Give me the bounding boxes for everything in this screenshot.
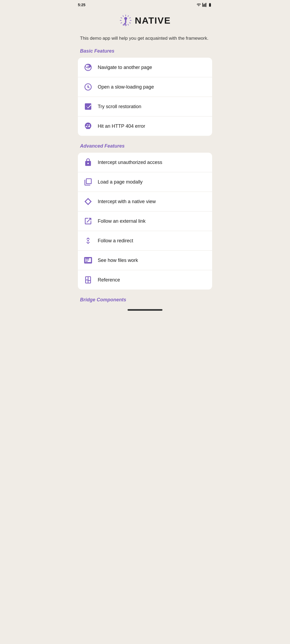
svg-rect-2 [125,14,126,16]
list-item-label-files: See how files work [98,258,138,263]
svg-rect-11 [120,20,121,21]
svg-rect-6 [129,22,131,24]
svg-rect-3 [128,15,129,17]
sections-container: Basic FeaturesNavigate to another pageOp… [73,48,218,306]
section-0: Basic FeaturesNavigate to another pageOp… [73,48,218,136]
battery-icon [208,3,212,7]
home-indicator [128,309,162,311]
list-item-slow-loading[interactable]: Open a slow-loading page [78,77,212,97]
status-bar: 5:25 [73,0,218,9]
lock-icon [83,158,93,167]
list-item-label-reference: Reference [98,277,120,283]
svg-point-14 [87,86,89,88]
svg-rect-10 [121,22,122,24]
modal-icon [83,177,93,187]
section-label-1: Advanced Features [73,143,218,153]
list-item-label-native-view: Intercept with a native view [98,199,156,204]
svg-rect-7 [128,24,129,25]
list-item-label-scroll: Try scroll restoration [98,104,141,109]
files-icon [83,255,93,265]
wifi-icon [197,3,201,7]
list-item-label-intercept-auth: Intercept unauthorized access [98,160,162,165]
svg-rect-4 [129,17,131,19]
app-description: This demo app will help you get acquaint… [73,35,218,48]
list-item-label-navigate: Navigate to another page [98,65,152,70]
section-card-1: Intercept unauthorized accessLoad a page… [78,153,212,290]
list-item-label-external-link: Follow an external link [98,218,146,224]
scroll-icon [83,102,93,111]
section-card-0: Navigate to another pageOpen a slow-load… [78,58,212,136]
list-item-files[interactable]: See how files work [78,251,212,270]
list-item-native-view[interactable]: Intercept with a native view [78,192,212,211]
list-item-label-redirect: Follow a redirect [98,238,133,244]
svg-point-15 [87,240,89,241]
list-item-label-slow-loading: Open a slow-loading page [98,84,154,90]
logo-icon [119,14,132,27]
section-label-0: Basic Features [73,48,218,58]
list-item-intercept-auth[interactable]: Intercept unauthorized access [78,153,212,172]
slow-icon [83,82,93,92]
list-item-label-http404: Hit an HTTP 404 error [98,123,145,129]
svg-rect-13 [122,15,124,17]
list-item-redirect[interactable]: Follow a redirect [78,231,212,251]
list-item-navigate[interactable]: Navigate to another page [78,58,212,77]
svg-point-0 [124,17,127,20]
list-item-scroll[interactable]: Try scroll restoration [78,97,212,116]
status-icons [197,3,212,7]
reference-icon [83,275,93,285]
section-label-2: Bridge Components [73,297,218,306]
section-2: Bridge Components [73,297,218,306]
diamond-icon [83,197,93,206]
list-item-http404[interactable]: Hit an HTTP 404 error [78,116,212,136]
svg-rect-12 [121,17,122,19]
skull-icon [83,121,93,131]
signpost-icon [83,63,93,72]
logo-container: NATIVE [73,9,218,35]
section-1: Advanced FeaturesIntercept unauthorized … [73,143,218,290]
list-item-reference[interactable]: Reference [78,270,212,290]
external-icon [83,216,93,226]
svg-rect-5 [130,20,132,21]
logo-text: NATIVE [135,15,171,26]
redirect-icon [83,236,93,246]
signal-icon [202,3,206,7]
svg-rect-1 [125,20,126,23]
list-item-modal[interactable]: Load a page modally [78,172,212,192]
list-item-label-modal: Load a page modally [98,179,143,185]
status-time: 5:25 [78,3,85,7]
list-item-external-link[interactable]: Follow an external link [78,211,212,231]
